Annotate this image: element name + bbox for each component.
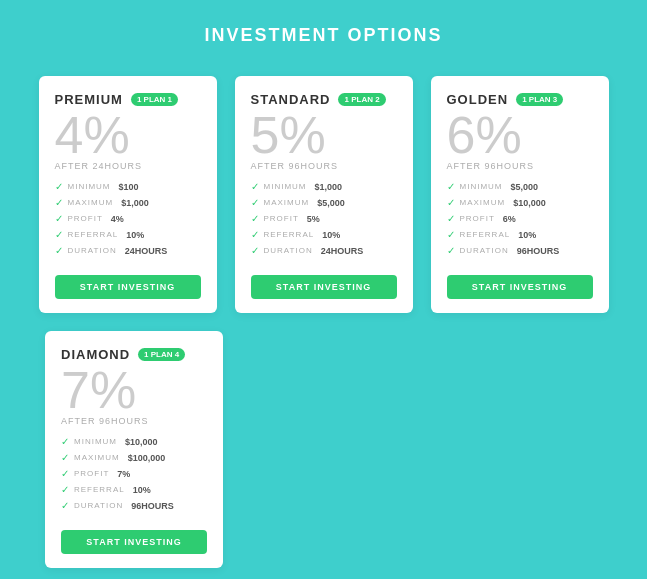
feature-label: MAXIMUM bbox=[68, 198, 114, 207]
check-icon: ✓ bbox=[55, 181, 63, 192]
check-icon: ✓ bbox=[447, 181, 455, 192]
feature-value: 10% bbox=[133, 485, 151, 495]
plan-name-diamond: DIAMOND bbox=[61, 347, 130, 362]
feature-value: $100 bbox=[119, 182, 139, 192]
feature-label: REFERRAL bbox=[74, 485, 125, 494]
feature-value: 10% bbox=[126, 230, 144, 240]
row-1: PREMIUM1 PLAN 14%AFTER 24HOURS✓MINIMUM$1… bbox=[39, 76, 609, 313]
feature-value: $100,000 bbox=[128, 453, 166, 463]
plan-rate-premium: 4% bbox=[55, 109, 130, 161]
feature-label: REFERRAL bbox=[68, 230, 119, 239]
cards-container: PREMIUM1 PLAN 14%AFTER 24HOURS✓MINIMUM$1… bbox=[20, 76, 627, 568]
feature-value: 96HOURS bbox=[131, 501, 174, 511]
feature-value: 24HOURS bbox=[321, 246, 364, 256]
feature-value: $5,000 bbox=[511, 182, 539, 192]
list-item: ✓DURATION24HOURS bbox=[251, 245, 397, 256]
check-icon: ✓ bbox=[447, 229, 455, 240]
feature-label: PROFIT bbox=[68, 214, 103, 223]
plan-badge-diamond: 1 PLAN 4 bbox=[138, 348, 185, 361]
list-item: ✓MAXIMUM$5,000 bbox=[251, 197, 397, 208]
check-icon: ✓ bbox=[61, 468, 69, 479]
feature-label: DURATION bbox=[74, 501, 123, 510]
card-header-standard: STANDARD1 PLAN 2 bbox=[251, 92, 386, 107]
plan-features-standard: ✓MINIMUM$1,000✓MAXIMUM$5,000✓PROFIT5%✓RE… bbox=[251, 181, 397, 261]
check-icon: ✓ bbox=[55, 245, 63, 256]
feature-label: PROFIT bbox=[264, 214, 299, 223]
plan-rate-golden: 6% bbox=[447, 109, 522, 161]
check-icon: ✓ bbox=[61, 484, 69, 495]
check-icon: ✓ bbox=[61, 452, 69, 463]
feature-label: MINIMUM bbox=[74, 437, 117, 446]
check-icon: ✓ bbox=[447, 245, 455, 256]
feature-label: PROFIT bbox=[74, 469, 109, 478]
feature-label: DURATION bbox=[68, 246, 117, 255]
row-2: DIAMOND1 PLAN 47%AFTER 96HOURS✓MINIMUM$1… bbox=[45, 331, 223, 568]
feature-value: 7% bbox=[117, 469, 130, 479]
plan-after-label-golden: AFTER 96HOURS bbox=[447, 161, 535, 171]
list-item: ✓MAXIMUM$10,000 bbox=[447, 197, 593, 208]
feature-label: REFERRAL bbox=[264, 230, 315, 239]
start-investing-button-premium[interactable]: START INVESTING bbox=[55, 275, 201, 299]
plan-name-premium: PREMIUM bbox=[55, 92, 123, 107]
plan-rate-standard: 5% bbox=[251, 109, 326, 161]
card-premium: PREMIUM1 PLAN 14%AFTER 24HOURS✓MINIMUM$1… bbox=[39, 76, 217, 313]
check-icon: ✓ bbox=[55, 197, 63, 208]
card-golden: GOLDEN1 PLAN 36%AFTER 96HOURS✓MINIMUM$5,… bbox=[431, 76, 609, 313]
feature-value: 6% bbox=[503, 214, 516, 224]
check-icon: ✓ bbox=[61, 436, 69, 447]
check-icon: ✓ bbox=[447, 197, 455, 208]
feature-value: 4% bbox=[111, 214, 124, 224]
list-item: ✓MINIMUM$100 bbox=[55, 181, 201, 192]
plan-after-label-premium: AFTER 24HOURS bbox=[55, 161, 143, 171]
list-item: ✓REFERRAL10% bbox=[447, 229, 593, 240]
start-investing-button-standard[interactable]: START INVESTING bbox=[251, 275, 397, 299]
list-item: ✓MINIMUM$1,000 bbox=[251, 181, 397, 192]
plan-name-golden: GOLDEN bbox=[447, 92, 509, 107]
check-icon: ✓ bbox=[447, 213, 455, 224]
check-icon: ✓ bbox=[251, 181, 259, 192]
list-item: ✓REFERRAL10% bbox=[251, 229, 397, 240]
start-investing-button-golden[interactable]: START INVESTING bbox=[447, 275, 593, 299]
plan-badge-premium: 1 PLAN 1 bbox=[131, 93, 178, 106]
list-item: ✓PROFIT5% bbox=[251, 213, 397, 224]
list-item: ✓REFERRAL10% bbox=[61, 484, 207, 495]
feature-value: $1,000 bbox=[315, 182, 343, 192]
feature-value: 10% bbox=[518, 230, 536, 240]
list-item: ✓REFERRAL10% bbox=[55, 229, 201, 240]
list-item: ✓DURATION96HOURS bbox=[61, 500, 207, 511]
list-item: ✓PROFIT7% bbox=[61, 468, 207, 479]
feature-value: 10% bbox=[322, 230, 340, 240]
feature-label: MINIMUM bbox=[460, 182, 503, 191]
list-item: ✓MAXIMUM$100,000 bbox=[61, 452, 207, 463]
plan-after-label-diamond: AFTER 96HOURS bbox=[61, 416, 149, 426]
feature-value: $10,000 bbox=[513, 198, 546, 208]
card-diamond: DIAMOND1 PLAN 47%AFTER 96HOURS✓MINIMUM$1… bbox=[45, 331, 223, 568]
feature-label: MAXIMUM bbox=[460, 198, 506, 207]
plan-name-standard: STANDARD bbox=[251, 92, 331, 107]
feature-label: MINIMUM bbox=[68, 182, 111, 191]
check-icon: ✓ bbox=[55, 229, 63, 240]
feature-label: REFERRAL bbox=[460, 230, 511, 239]
list-item: ✓DURATION96HOURS bbox=[447, 245, 593, 256]
page-title: INVESTMENT OPTIONS bbox=[204, 25, 442, 46]
plan-features-golden: ✓MINIMUM$5,000✓MAXIMUM$10,000✓PROFIT6%✓R… bbox=[447, 181, 593, 261]
feature-label: PROFIT bbox=[460, 214, 495, 223]
list-item: ✓MAXIMUM$1,000 bbox=[55, 197, 201, 208]
start-investing-button-diamond[interactable]: START INVESTING bbox=[61, 530, 207, 554]
check-icon: ✓ bbox=[251, 245, 259, 256]
feature-label: DURATION bbox=[460, 246, 509, 255]
check-icon: ✓ bbox=[251, 197, 259, 208]
feature-value: 5% bbox=[307, 214, 320, 224]
list-item: ✓PROFIT6% bbox=[447, 213, 593, 224]
feature-label: MAXIMUM bbox=[74, 453, 120, 462]
card-header-diamond: DIAMOND1 PLAN 4 bbox=[61, 347, 185, 362]
plan-features-diamond: ✓MINIMUM$10,000✓MAXIMUM$100,000✓PROFIT7%… bbox=[61, 436, 207, 516]
check-icon: ✓ bbox=[251, 229, 259, 240]
feature-value: $10,000 bbox=[125, 437, 158, 447]
card-header-golden: GOLDEN1 PLAN 3 bbox=[447, 92, 564, 107]
check-icon: ✓ bbox=[251, 213, 259, 224]
list-item: ✓DURATION24HOURS bbox=[55, 245, 201, 256]
plan-badge-golden: 1 PLAN 3 bbox=[516, 93, 563, 106]
feature-label: DURATION bbox=[264, 246, 313, 255]
feature-label: MINIMUM bbox=[264, 182, 307, 191]
